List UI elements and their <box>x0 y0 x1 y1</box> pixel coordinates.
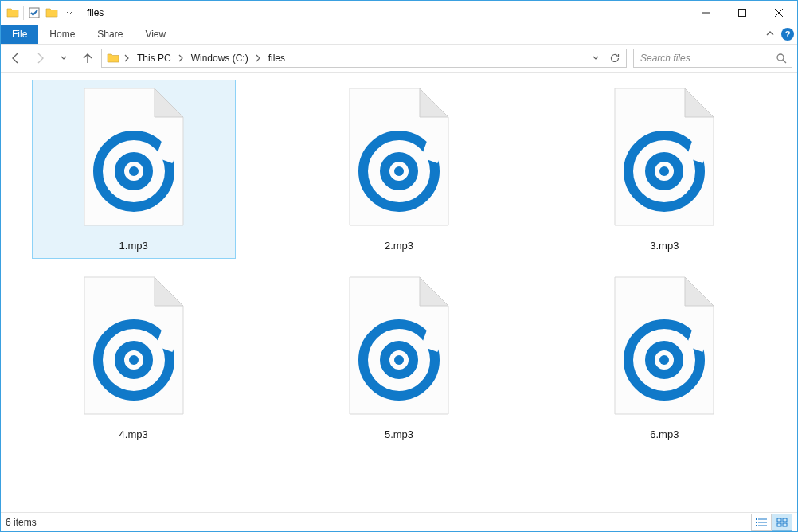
svg-rect-46 <box>756 522 757 523</box>
ribbon-tab-share[interactable]: Share <box>86 25 134 44</box>
svg-point-30 <box>129 355 139 365</box>
svg-point-18 <box>394 166 404 176</box>
svg-marker-21 <box>685 88 714 117</box>
svg-rect-47 <box>758 522 767 522</box>
audio-file-icon <box>78 274 190 417</box>
window-title: files <box>87 7 104 18</box>
close-button[interactable] <box>761 1 797 25</box>
breadcrumb-this-pc[interactable]: This PC <box>132 49 175 67</box>
nav-recent-dropdown[interactable] <box>53 48 74 68</box>
app-folder-icon <box>4 4 22 22</box>
svg-rect-51 <box>783 518 787 522</box>
svg-marker-33 <box>420 277 448 306</box>
view-largeicons-button[interactable] <box>772 514 792 531</box>
file-label: 4.mp3 <box>119 428 148 440</box>
ribbon-file-tab[interactable]: File <box>1 25 38 44</box>
svg-rect-48 <box>756 525 757 526</box>
breadcrumb-chevron-icon[interactable] <box>175 54 186 62</box>
breadcrumb-chevron-icon[interactable] <box>252 54 264 62</box>
ribbon-tab-home[interactable]: Home <box>38 25 86 44</box>
svg-point-6 <box>777 54 784 61</box>
ribbon-tabs: File Home Share View ? <box>1 25 797 45</box>
audio-file-icon <box>343 85 455 229</box>
search-icon <box>776 53 787 64</box>
svg-point-36 <box>394 355 404 365</box>
file-item[interactable]: 1.mp3 <box>32 80 236 259</box>
help-icon[interactable]: ? <box>781 28 794 41</box>
ribbon-collapse-icon[interactable] <box>765 29 775 41</box>
view-details-button[interactable] <box>751 514 772 531</box>
svg-marker-27 <box>155 277 183 306</box>
audio-file-icon <box>608 274 720 417</box>
qat-separator <box>23 6 24 20</box>
nav-forward-button[interactable] <box>29 48 50 68</box>
svg-point-42 <box>659 355 669 365</box>
status-item-count: 6 items <box>6 517 37 528</box>
search-input[interactable] <box>639 52 776 65</box>
svg-marker-9 <box>155 88 183 117</box>
file-label: 6.mp3 <box>650 428 679 440</box>
svg-rect-45 <box>758 518 767 519</box>
maximize-button[interactable] <box>724 1 761 25</box>
breadcrumb-folder[interactable]: files <box>264 49 289 67</box>
audio-file-icon <box>343 274 455 417</box>
svg-marker-39 <box>685 277 714 306</box>
svg-point-24 <box>659 166 669 176</box>
file-label: 5.mp3 <box>385 428 413 440</box>
file-item[interactable]: 2.mp3 <box>297 80 501 259</box>
svg-rect-53 <box>783 523 787 526</box>
content-area[interactable]: 1.mp3 2.mp3 3.mp3 <box>1 73 797 512</box>
svg-rect-44 <box>756 518 757 520</box>
audio-file-icon <box>78 85 190 229</box>
qat-customize-dropdown-icon[interactable] <box>61 4 78 22</box>
ribbon-tab-view[interactable]: View <box>134 25 177 44</box>
minimize-button[interactable] <box>687 1 724 25</box>
nav-row: This PC Windows (C:) files <box>1 45 797 73</box>
nav-up-button[interactable] <box>77 48 98 68</box>
breadcrumb-chevron-icon[interactable] <box>121 54 132 62</box>
address-folder-icon[interactable] <box>104 49 121 67</box>
file-item[interactable]: 5.mp3 <box>297 268 501 448</box>
svg-rect-50 <box>777 518 781 522</box>
svg-rect-1 <box>66 10 72 10</box>
svg-line-7 <box>783 60 786 63</box>
refresh-icon[interactable] <box>605 49 624 67</box>
file-label: 3.mp3 <box>650 240 679 252</box>
title-bar: files <box>1 1 797 25</box>
breadcrumb-drive[interactable]: Windows (C:) <box>186 49 252 67</box>
file-label: 1.mp3 <box>119 240 148 252</box>
status-bar: 6 items <box>1 512 797 531</box>
address-bar[interactable]: This PC Windows (C:) files <box>101 49 627 68</box>
address-history-dropdown-icon[interactable] <box>586 49 605 67</box>
nav-back-button[interactable] <box>6 48 26 68</box>
item-grid: 1.mp3 2.mp3 3.mp3 <box>1 73 797 460</box>
file-label: 2.mp3 <box>385 240 413 252</box>
audio-file-icon <box>608 85 720 229</box>
svg-rect-3 <box>739 10 746 17</box>
qat-newfolder-icon[interactable] <box>43 4 61 22</box>
svg-rect-52 <box>777 523 781 526</box>
qat-properties-icon[interactable] <box>25 4 43 22</box>
file-item[interactable]: 3.mp3 <box>562 80 766 259</box>
search-box[interactable] <box>633 49 792 68</box>
svg-rect-49 <box>758 525 767 526</box>
qat-separator-2 <box>80 6 80 20</box>
file-item[interactable]: 4.mp3 <box>32 268 236 448</box>
quick-access-toolbar <box>1 1 82 25</box>
svg-marker-15 <box>420 88 448 117</box>
svg-point-12 <box>129 166 139 176</box>
file-item[interactable]: 6.mp3 <box>562 268 766 448</box>
window-controls <box>687 1 797 25</box>
